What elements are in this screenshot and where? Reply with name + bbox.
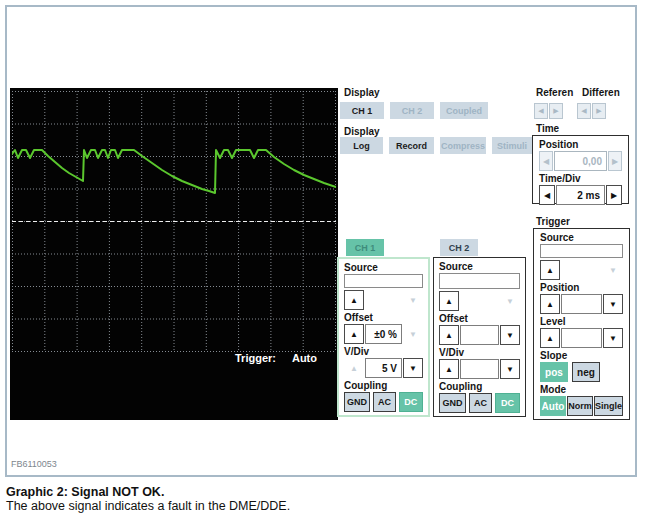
ch1-source-up-button[interactable]: ▲ [344,290,364,310]
record-button[interactable]: Record [389,137,434,154]
trigger-source-input[interactable] [540,244,623,258]
differential-label: Differen [582,87,620,98]
diagnostic-frame: Trigger: Auto Display CH 1 CH 2 Coupled … [5,5,637,477]
trigger-level-label: Level [540,316,623,327]
caption: Graphic 2: Signal NOT OK. The above sign… [6,485,290,513]
trigger-position-up-button[interactable]: ▲ [540,294,560,314]
up-arrow-icon: ▲ [350,364,358,373]
ch1-offset-label: Offset [344,312,423,323]
trigger-mode-row: Auto Norm Single [540,396,623,416]
trigger-status-value: Auto [292,352,317,364]
trigger-source-up-button[interactable]: ▲ [540,260,560,280]
ch1-vdiv-row: ▲ 5 V ▼ [344,358,423,378]
mode-norm-button[interactable]: Norm [567,396,593,416]
mode-single-button[interactable]: Single [594,396,623,416]
trigger-status: Trigger: Auto [235,352,317,364]
ch2-vdiv-row: ▲ ▼ [439,359,520,379]
down-arrow-icon: ▼ [609,266,617,275]
display-modes-label: Display [344,126,380,137]
slope-neg-button[interactable]: neg [572,362,600,382]
mode-auto-button[interactable]: Auto [540,396,566,416]
ch1-ac-button[interactable]: AC [373,392,395,412]
ch2-coupling-row: GND AC DC [439,393,520,413]
ch2-coupling-label: Coupling [439,381,520,392]
figure-code: FB6110053 [11,459,57,469]
trigger-section-label: Trigger [536,216,570,227]
ch2-dc-button[interactable]: DC [495,393,520,413]
log-button[interactable]: Log [340,137,383,154]
trigger-level-up-button[interactable]: ▲ [540,328,560,348]
ch1-vdiv-label: V/Div [344,346,423,357]
ch2-offset-value [460,325,499,345]
right-arrow-icon: ▶ [553,107,558,115]
reference-prev-button: ◀ [534,103,548,119]
left-arrow-icon: ◀ [544,191,550,200]
ch2-gnd-button[interactable]: GND [439,393,466,413]
reference-arrows: ◀ ▶ [534,103,563,119]
trigger-position-down-button[interactable]: ▼ [603,294,623,314]
ch2-offset-up-button[interactable]: ▲ [439,325,459,345]
ch1-panel: Source ▲ ▼ Offset ▲ ±0 % ▼ V/Div ▲ 5 V ▼… [337,257,430,417]
ch2-panel: Source ▲ ▼ Offset ▲ ▼ V/Div ▲ ▼ Coupling… [433,257,526,417]
ch2-vdiv-down-button[interactable]: ▼ [500,359,520,379]
time-position-label: Position [539,139,622,150]
ch1-vdiv-value: 5 V [365,358,402,378]
timediv-label: Time/Div [539,173,622,184]
time-box: Position ◀ 0,00 ▶ Time/Div ◀ 2 ms ▶ [532,135,629,204]
time-position-row: ◀ 0,00 ▶ [539,151,622,171]
ch2-source-up-button[interactable]: ▲ [439,291,459,311]
down-arrow-icon: ▼ [506,365,514,374]
trigger-level-down-button[interactable]: ▼ [603,328,623,348]
trigger-mode-label: Mode [540,384,623,395]
down-arrow-icon: ▼ [506,297,514,306]
time-section-label: Time [536,123,559,134]
ch1-offset-row: ▲ ±0 % ▼ [344,324,423,344]
down-arrow-icon: ▼ [609,334,617,343]
ch1-offset-up-button[interactable]: ▲ [344,324,364,344]
down-arrow-icon: ▼ [609,300,617,309]
trigger-position-label: Position [540,282,623,293]
differential-arrows: ◀ ▶ [577,103,606,119]
trigger-source-down-button: ▼ [603,260,623,280]
ch1-coupling-row: GND AC DC [344,392,423,412]
ch1-vdiv-up-button: ▲ [344,358,364,378]
time-position-decrement-button: ◀ [539,151,553,171]
ch2-vdiv-value [460,359,499,379]
trigger-position-row: ▲ ▼ [540,294,623,314]
ch2-source-label: Source [439,261,520,272]
reference-next-button: ▶ [549,103,563,119]
ch2-offset-label: Offset [439,313,520,324]
up-arrow-icon: ▲ [350,330,358,339]
ch2-offset-down-button[interactable]: ▼ [500,325,520,345]
ch1-gnd-button[interactable]: GND [344,392,370,412]
timediv-decrement-button[interactable]: ◀ [539,185,555,205]
timediv-increment-button[interactable]: ▶ [606,185,622,205]
differential-next-button: ▶ [592,103,606,119]
timediv-value: 2 ms [556,185,605,205]
up-arrow-icon: ▲ [350,296,358,305]
up-arrow-icon: ▲ [445,297,453,306]
up-arrow-icon: ▲ [445,331,453,340]
stimuli-button: Stimuli [492,137,532,154]
display-channels-row: CH 1 CH 2 Coupled [340,102,488,119]
ch2-vdiv-up-button[interactable]: ▲ [439,359,459,379]
trigger-level-row: ▲ ▼ [540,328,623,348]
time-position-value: 0,00 [554,151,607,171]
ch1-source-label: Source [344,262,423,273]
caption-subtitle: The above signal indicates a fault in th… [6,499,290,513]
up-arrow-icon: ▲ [546,334,554,343]
ch1-source-input[interactable] [344,274,423,288]
trigger-status-label: Trigger: [235,352,276,364]
ch1-tab[interactable]: CH 1 [346,239,384,256]
ch1-dc-button[interactable]: DC [399,392,423,412]
ch2-ac-button[interactable]: AC [469,393,492,413]
ch2-source-input[interactable] [439,273,520,289]
ch1-vdiv-down-button[interactable]: ▼ [403,358,423,378]
down-arrow-icon: ▼ [409,364,417,373]
left-arrow-icon: ◀ [581,107,586,115]
trigger-box: Source ▲ ▼ Position ▲ ▼ Level ▲ ▼ Slope … [533,228,630,420]
display-ch1-button[interactable]: CH 1 [340,102,384,119]
slope-pos-button[interactable]: pos [540,362,568,382]
ch2-tab[interactable]: CH 2 [440,239,478,256]
oscilloscope-display: Trigger: Auto [10,88,338,420]
